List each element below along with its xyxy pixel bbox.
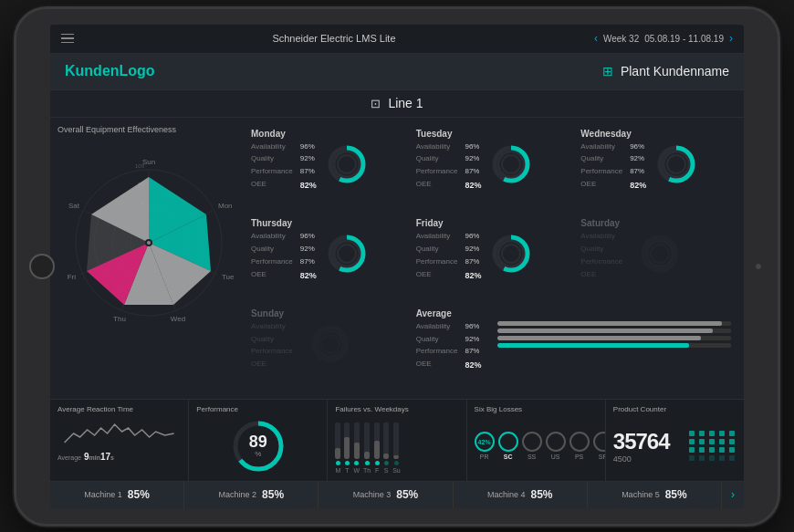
logo: KundenLogo [65,64,155,78]
machine-2-item[interactable]: Machine 2 85% [184,482,319,508]
day-sunday: Sunday Availability Quality Performance … [246,305,407,391]
fail-col-su: Su [392,422,401,474]
machine-1-item[interactable]: Machine 1 85% [50,482,184,508]
machine-3-item[interactable]: Machine 3 85% [319,482,453,508]
days-grid: Monday Availability Quality Performance … [246,125,737,391]
machine-5-name: Machine 5 [622,490,660,499]
product-counter-title: Product Counter [613,405,737,413]
svg-text:Sat: Sat [68,202,80,210]
fail-col-t: T [344,422,350,474]
fail-col-f: F [374,422,380,474]
week-label: Week 32 [603,34,639,44]
average-bars [497,321,731,348]
machine-5-pct: 85% [665,488,687,501]
machine-1-pct: 85% [128,488,150,501]
donut-thursday [324,231,370,276]
fail-col-w: W [353,422,360,474]
svg-text:100: 100 [135,163,145,169]
fail-col-s: S [383,422,389,474]
fail-col-m: M [335,422,340,474]
performance-circle: 89 % [232,420,285,473]
svg-point-29 [502,155,520,173]
day-wednesday: Wednesday Availability Quality Performan… [575,125,737,212]
donut-sunday [308,321,353,367]
performance-title: Performance [196,405,319,413]
day-monday: Monday Availability Quality Performance … [246,125,407,212]
screen: Schneider Electric LMS Lite ‹ Week 32 05… [50,25,744,508]
reaction-time-title: Average Reaction Time [57,405,181,413]
home-button[interactable] [29,254,55,279]
day-tuesday: Tuesday Availability Quality Performance… [411,125,572,212]
loss-ss-circle [522,432,542,452]
product-counter-card: Product Counter 35764 4500 [606,400,744,481]
losses-row: 42% PR SC SS [475,417,598,475]
app-title: Schneider Electric LMS Lite [272,33,395,44]
machine-bar: Machine 1 85% Machine 2 85% Machine 3 85… [50,481,744,508]
line-name: Line 1 [388,96,423,110]
fail-col-th: Th [363,422,371,474]
radar-chart-area: Overall Equipment Effectiveness [57,125,240,391]
svg-point-37 [338,245,356,263]
performance-card: Performance 89 % [189,400,328,481]
day-saturday: Saturday Availability Quality Performanc… [575,214,737,301]
machine-5-item[interactable]: Machine 5 85% [588,482,722,508]
machine-1-name: Machine 1 [84,490,122,499]
performance-circle-container: 89 % [196,417,319,475]
performance-unit: % [249,450,267,458]
svg-text:Mon: Mon [218,202,233,210]
six-losses-card: Six Big Losses 42% PR SC [467,400,606,481]
day-thursday: Thursday Availability Quality Performanc… [246,214,407,301]
donut-saturday [637,231,683,276]
loss-sr-circle [593,432,606,452]
line-icon: ⊡ [371,97,381,110]
day-average: Average Availability Quality Performance… [411,305,737,391]
next-week-arrow[interactable]: › [729,32,733,45]
machine-2-name: Machine 2 [219,490,257,499]
header-bar: KundenLogo ⊞ Plant Kundenname [50,54,744,90]
plant-icon: ⊞ [602,64,613,78]
oee-section-label: Overall Equipment Effectiveness [57,125,176,134]
svg-point-45 [651,245,669,263]
svg-text:Sun: Sun [142,158,155,166]
loss-ps-circle [569,432,590,452]
donut-wednesday [653,141,699,187]
machine-4-pct: 85% [530,488,552,501]
reaction-avg: Average 9min17s [57,452,181,462]
product-dots [689,431,737,461]
product-count-value: 35764 [613,429,670,454]
machine-3-pct: 85% [396,488,418,501]
svg-text:Wed: Wed [171,315,185,323]
svg-point-25 [338,155,356,173]
machine-2-pct: 85% [262,488,284,501]
radar-svg: Sun Mon Tue Wed Thu Fri Sat 100 50 0 [57,138,240,329]
reaction-time-chart [57,417,181,450]
loss-pr-circle: 42% [475,432,495,452]
reaction-avg-min: 9min17s [84,452,114,462]
svg-point-22 [147,241,151,245]
menu-icon[interactable] [61,34,74,44]
donut-friday [488,231,534,276]
day-friday: Friday Availability Quality Performance … [411,214,572,301]
performance-value: 89 [249,433,267,450]
machine-4-name: Machine 4 [487,490,526,499]
reaction-time-card: Average Reaction Time Average 9min17s [50,400,189,481]
date-range: 05.08.19 - 11.08.19 [644,34,724,44]
loss-sc-circle [498,432,518,452]
donut-tuesday [488,141,534,187]
product-count-sub: 4500 [613,454,670,464]
plant-name: Plant Kundenname [621,64,729,78]
plant-info: ⊞ Plant Kundenname [602,64,729,78]
machine-next-arrow[interactable]: › [722,488,744,501]
machine-4-item[interactable]: Machine 4 85% [454,482,588,508]
svg-text:Tue: Tue [222,273,235,281]
failures-card: Failures vs. Weekdays M T [328,400,466,481]
failures-bars: M T W [335,417,458,475]
line-header: ⊡ Line 1 [50,90,744,118]
six-losses-title: Six Big Losses [475,405,598,413]
prev-week-arrow[interactable]: ‹ [594,32,598,45]
loss-us-circle [546,432,566,452]
top-bar: Schneider Electric LMS Lite ‹ Week 32 05… [50,25,744,54]
ipad-shell: Schneider Electric LMS Lite ‹ Week 32 05… [14,6,780,527]
week-nav: ‹ Week 32 05.08.19 - 11.08.19 › [594,32,733,45]
machine-3-name: Machine 3 [353,490,392,499]
